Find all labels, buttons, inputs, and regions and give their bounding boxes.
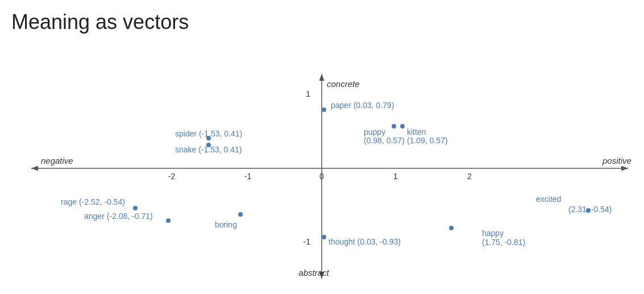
label-excited-coords: (2.31, -0.54)	[568, 205, 612, 214]
point-boring	[238, 212, 243, 217]
label-kitten: kitten	[407, 127, 426, 136]
label-paper: paper (0.03, 0.79)	[331, 101, 394, 110]
label-excited: excited	[536, 194, 561, 204]
point-kitten	[400, 124, 405, 129]
y-axis-label-bottom: abstract	[298, 268, 329, 278]
page-title: Meaning as vectors	[11, 10, 189, 34]
x-axis-label-left: negative	[41, 156, 73, 165]
x-tick-neg2: -2	[168, 172, 176, 181]
label-thought: thought (0.03, -0.93)	[329, 237, 401, 246]
y-axis-label-top: concrete	[327, 79, 360, 89]
point-anger	[166, 218, 171, 223]
x-tick-pos1: 1	[393, 172, 398, 181]
chart-area: -2 -1 0 1 2 1 -1 negative positive concr…	[0, 43, 644, 294]
point-puppy	[392, 124, 396, 129]
label-anger: anger (-2.08, -0.71)	[84, 212, 153, 221]
label-puppy-coords: (0.98, 0.57)	[364, 136, 405, 145]
x-tick-pos2: 2	[467, 172, 472, 181]
x-tick-0: 0	[319, 172, 324, 181]
y-tick-pos1: 1	[306, 89, 310, 98]
label-puppy: puppy	[364, 127, 385, 136]
label-boring: boring	[215, 220, 237, 229]
label-snake: snake (-1.53, 0.41)	[175, 145, 242, 154]
label-happy-coords: (1.75, -0.81)	[482, 238, 525, 247]
y-tick-neg1: -1	[304, 237, 311, 246]
point-happy	[449, 226, 454, 230]
label-kitten-coords: (1.09, 0.57)	[407, 136, 448, 145]
point-rage	[133, 206, 138, 210]
point-thought	[322, 235, 326, 239]
label-happy: happy	[482, 229, 504, 238]
x-tick-neg1: -1	[244, 172, 252, 181]
point-paper	[322, 107, 326, 112]
label-rage: rage (-2.52, -0.54)	[61, 197, 125, 206]
label-spider: spider (-1.53, 0.41)	[175, 129, 242, 138]
x-axis-label-right: positive	[602, 156, 631, 165]
